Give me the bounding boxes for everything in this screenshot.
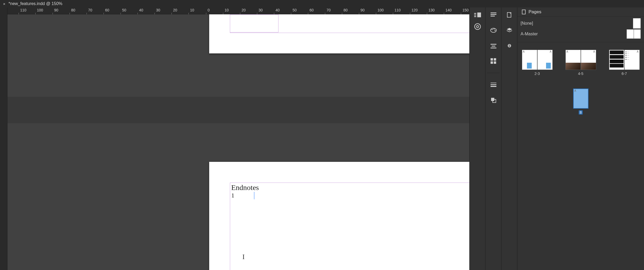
spread-6-7[interactable]: A A ■ ──■ ──■ ──■ ──■ ── 6-7 <box>609 50 640 76</box>
thumb-content <box>527 63 532 69</box>
panel-dock-2 <box>485 7 501 270</box>
ruler-tick: 0 <box>208 8 210 12</box>
canvas-area: 110 100 90 80 70 60 50 40 30 20 10 0 10 … <box>7 7 469 270</box>
panel-dock-1 <box>469 7 485 270</box>
master-label: [None] <box>521 21 533 26</box>
ruler-tick: 110 <box>20 8 26 12</box>
master-prefix: A <box>522 50 525 53</box>
pages-panel: Pages [None] A-Master A A <box>517 7 644 270</box>
pages-panel-icon <box>522 10 526 14</box>
links-icon[interactable] <box>505 41 514 50</box>
stroke-icon[interactable] <box>489 80 498 90</box>
master-label: A-Master <box>521 32 538 36</box>
ruler-tick: 20 <box>242 8 246 12</box>
svg-rect-17 <box>494 58 496 61</box>
spread-label: 2-3 <box>534 71 540 76</box>
page-thumb-selected[interactable]: A <box>573 88 589 109</box>
thumb-content <box>610 50 624 69</box>
cc-libraries-icon[interactable] <box>473 22 482 31</box>
svg-rect-20 <box>491 83 496 83</box>
page-current[interactable]: Endnotes 1 I <box>209 162 469 270</box>
ruler-tick: 80 <box>71 8 75 12</box>
ruler-tick: 90 <box>360 8 365 12</box>
text-insertion-cursor <box>254 192 254 199</box>
vertical-ruler[interactable] <box>0 7 7 270</box>
svg-rect-21 <box>491 84 496 85</box>
document-tab[interactable]: × *new_features.indd @ 150% <box>0 0 66 7</box>
page-thumb[interactable]: A <box>565 50 581 70</box>
spread-8[interactable]: A 8 <box>573 88 589 115</box>
horizontal-ruler[interactable]: 110 100 90 80 70 60 50 40 30 20 10 0 10 … <box>7 7 469 14</box>
close-icon[interactable]: × <box>2 2 6 6</box>
endnote-number[interactable]: 1 <box>230 192 234 199</box>
svg-point-10 <box>492 29 493 30</box>
swatches-icon[interactable] <box>489 56 498 66</box>
master-thumb-spread[interactable] <box>626 29 641 39</box>
pasteboard-band <box>7 97 469 123</box>
svg-point-5 <box>476 26 479 28</box>
master-a[interactable]: A-Master <box>521 29 641 39</box>
svg-point-4 <box>475 24 480 29</box>
ruler-tick: 130 <box>428 8 435 12</box>
page-previous[interactable] <box>209 14 469 53</box>
thumb-content: ■ ──■ ──■ ──■ ──■ ── <box>626 51 638 60</box>
properties-icon[interactable] <box>473 10 482 20</box>
svg-rect-22 <box>491 86 496 87</box>
ruler-tick: 150 <box>462 8 469 12</box>
endnotes-frame[interactable]: Endnotes 1 I <box>230 183 469 270</box>
thumb-content <box>546 63 551 69</box>
dock-separator <box>487 73 500 73</box>
page-thumb[interactable]: A <box>581 50 596 70</box>
svg-point-12 <box>495 30 496 31</box>
master-prefix: A <box>574 89 577 92</box>
svg-rect-18 <box>491 61 493 64</box>
layers-icon[interactable] <box>505 26 514 35</box>
panel-title: Pages <box>529 9 541 15</box>
master-prefix: A <box>566 50 569 53</box>
thumb-content <box>566 63 581 70</box>
ruler-tick: 80 <box>344 8 348 12</box>
pages-icon[interactable] <box>505 10 514 20</box>
object-icon[interactable] <box>489 95 498 105</box>
svg-rect-16 <box>491 58 493 61</box>
ruler-tick: 90 <box>54 8 58 12</box>
svg-rect-19 <box>494 61 496 64</box>
page-thumb[interactable]: A ■ ──■ ──■ ──■ ──■ ── <box>624 50 640 70</box>
ruler-tick: 60 <box>310 8 314 12</box>
ruler-tick: 30 <box>259 8 263 12</box>
color-icon[interactable] <box>489 26 498 35</box>
page-thumbnails: A A 2-3 A A <box>517 42 644 270</box>
master-thumb[interactable] <box>633 18 641 29</box>
panel-dock-3 <box>501 7 517 270</box>
ruler-tick: 10 <box>190 8 194 12</box>
ruler-tick: 60 <box>105 8 109 12</box>
text-frame[interactable] <box>230 14 278 32</box>
paragraph-icon[interactable] <box>489 10 498 20</box>
page-thumb[interactable]: A <box>537 50 553 70</box>
ruler-tick: 100 <box>377 8 384 12</box>
page-thumb[interactable]: A <box>522 50 537 70</box>
page-thumb[interactable]: A <box>609 50 624 70</box>
spread-2-3[interactable]: A A 2-3 <box>522 50 553 76</box>
ruler-tick: 50 <box>122 8 126 12</box>
document-tabs: × *new_features.indd @ 150% <box>0 0 644 7</box>
spread-label: 4-5 <box>578 71 583 76</box>
svg-rect-26 <box>522 10 525 14</box>
ruler-tick: 120 <box>411 8 418 12</box>
text-cursor-icon: I <box>242 253 245 261</box>
master-none[interactable]: [None] <box>521 18 641 29</box>
spread-4-5[interactable]: A A 4-5 <box>565 50 596 76</box>
ruler-tick: 10 <box>225 8 229 12</box>
ruler-tick: 70 <box>327 8 331 12</box>
ruler-tick: 140 <box>445 8 452 12</box>
panel-header[interactable]: Pages <box>517 7 644 16</box>
document-viewport[interactable]: Endnotes 1 I <box>7 14 469 270</box>
ruler-tick: 20 <box>173 8 177 12</box>
align-icon[interactable] <box>489 41 498 50</box>
master-prefix: A <box>593 50 596 53</box>
svg-rect-3 <box>477 12 481 17</box>
svg-point-11 <box>493 28 495 29</box>
endnotes-heading[interactable]: Endnotes <box>230 183 469 192</box>
spread-label: 6-7 <box>621 71 627 76</box>
svg-rect-0 <box>474 13 476 14</box>
